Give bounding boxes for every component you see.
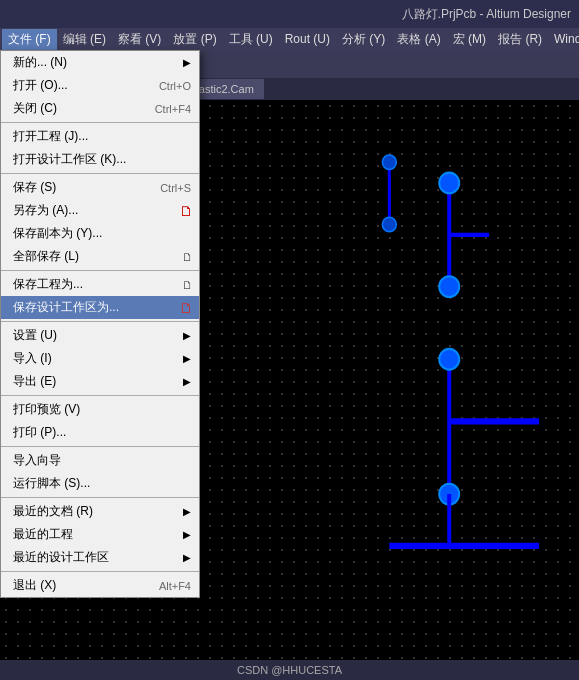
menu-exit[interactable]: 退出 (X) Alt+F4	[1, 574, 199, 597]
menu-import[interactable]: 导入 (I) ▶	[1, 347, 199, 370]
sep1	[1, 122, 199, 123]
menu-recent-workspaces[interactable]: 最近的设计工作区 ▶	[1, 546, 199, 569]
menu-item-tools[interactable]: 工具 (U)	[223, 29, 279, 50]
sep5	[1, 395, 199, 396]
menu-recent-projects[interactable]: 最近的工程 ▶	[1, 523, 199, 546]
file-menu-dropdown: 新的... (N) ▶ 打开 (O)... Ctrl+O 关闭 (C) Ctrl…	[0, 50, 200, 598]
sep6	[1, 446, 199, 447]
menu-save-as[interactable]: 另存为 (A)... 🗋	[1, 199, 199, 222]
menu-open-project[interactable]: 打开工程 (J)...	[1, 125, 199, 148]
menu-item-view[interactable]: 察看 (V)	[112, 29, 167, 50]
menu-print-preview[interactable]: 打印预览 (V)	[1, 398, 199, 421]
menu-item-place[interactable]: 放置 (P)	[167, 29, 222, 50]
menu-run-script[interactable]: 运行脚本 (S)...	[1, 472, 199, 495]
status-bar: CSDN @HHUCESTA	[0, 660, 579, 680]
menu-save-project[interactable]: 保存工程为... 🗋	[1, 273, 199, 296]
sep4	[1, 321, 199, 322]
save-as-icon: 🗋	[179, 203, 193, 219]
status-text: CSDN @HHUCESTA	[237, 664, 342, 676]
menu-save-workspace[interactable]: 保存设计工作区为... 🗋	[1, 296, 199, 319]
file-menu: 新的... (N) ▶ 打开 (O)... Ctrl+O 关闭 (C) Ctrl…	[0, 50, 200, 598]
svg-point-1	[439, 173, 459, 194]
title-bar: 八路灯.PrjPcb - Altium Designer	[0, 0, 579, 28]
menu-export[interactable]: 导出 (E) ▶	[1, 370, 199, 393]
sep3	[1, 270, 199, 271]
menu-open-workspace[interactable]: 打开设计工作区 (K)...	[1, 148, 199, 171]
menu-item-rout[interactable]: Rout (U)	[279, 30, 336, 48]
menu-bar: 文件 (F) 编辑 (E) 察看 (V) 放置 (P) 工具 (U) Rout …	[0, 28, 579, 50]
menu-recent-docs[interactable]: 最近的文档 (R) ▶	[1, 500, 199, 523]
title-text: 八路灯.PrjPcb - Altium Designer	[402, 6, 571, 23]
save-ws-icon: 🗋	[179, 300, 193, 316]
menu-open[interactable]: 打开 (O)... Ctrl+O	[1, 74, 199, 97]
menu-save-all[interactable]: 全部保存 (L) 🗋	[1, 245, 199, 268]
menu-save[interactable]: 保存 (S) Ctrl+S	[1, 176, 199, 199]
menu-item-table[interactable]: 表格 (A)	[391, 29, 446, 50]
menu-import-wizard[interactable]: 导入向导	[1, 449, 199, 472]
sep2	[1, 173, 199, 174]
save-all-icon: 🗋	[182, 251, 193, 263]
save-proj-icon: 🗋	[182, 279, 193, 291]
menu-new[interactable]: 新的... (N) ▶	[1, 51, 199, 74]
menu-settings[interactable]: 设置 (U) ▶	[1, 324, 199, 347]
menu-item-analyze[interactable]: 分析 (Y)	[336, 29, 391, 50]
menu-item-macro[interactable]: 宏 (M)	[447, 29, 492, 50]
menu-print[interactable]: 打印 (P)...	[1, 421, 199, 444]
menu-item-report[interactable]: 报告 (R)	[492, 29, 548, 50]
menu-save-copy[interactable]: 保存副本为 (Y)...	[1, 222, 199, 245]
svg-point-12	[382, 217, 396, 232]
menu-item-edit[interactable]: 编辑 (E)	[57, 29, 112, 50]
menu-close[interactable]: 关闭 (C) Ctrl+F4	[1, 97, 199, 120]
sep7	[1, 497, 199, 498]
svg-point-2	[439, 276, 459, 297]
svg-point-5	[439, 349, 459, 370]
menu-item-file[interactable]: 文件 (F)	[2, 29, 57, 50]
sep8	[1, 571, 199, 572]
svg-point-11	[382, 155, 396, 170]
menu-item-window[interactable]: Window	[548, 30, 579, 48]
